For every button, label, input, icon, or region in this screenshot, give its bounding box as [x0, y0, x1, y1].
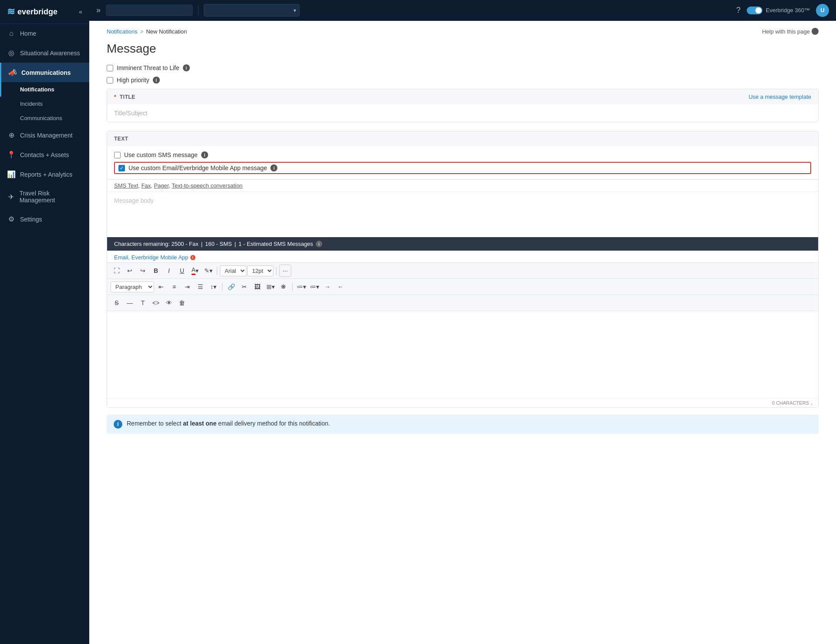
sidebar-item-communications[interactable]: 📣 Communications	[0, 63, 89, 82]
font-size-select[interactable]: 12pt	[247, 265, 273, 276]
help-page-icon: ?	[812, 28, 819, 35]
font-color-button[interactable]: A▾	[189, 265, 201, 277]
sidebar-item-label: Communications	[21, 69, 71, 76]
estimated-sms-label: 1 - Estimated SMS Messages	[239, 241, 313, 247]
align-justify-button[interactable]: ☰	[194, 281, 206, 293]
breadcrumb-parent[interactable]: Notifications	[107, 28, 138, 35]
table-button[interactable]: ⊞▾	[264, 281, 276, 293]
indent-button[interactable]: →	[321, 281, 334, 293]
custom-sms-info-icon[interactable]: i	[201, 151, 208, 158]
sms-channels-label: SMS Text, Fax, Pager, Text-to-speech con…	[107, 180, 818, 192]
rich-text-toolbar: ⛶ ↩ ↪ B I U A▾ ✎▾ Arial	[107, 262, 818, 311]
sidebar-item-contacts-assets[interactable]: 📍 Contacts + Assets	[0, 145, 89, 164]
custom-email-info-icon[interactable]: i	[270, 164, 277, 171]
required-star: *	[114, 94, 116, 100]
custom-sms-label: Use custom SMS message	[124, 151, 198, 158]
link-button[interactable]: 🔗	[225, 281, 237, 293]
title-label-text: TITLE	[120, 94, 135, 100]
strikethrough-button[interactable]: S	[111, 297, 123, 309]
horizontal-rule-button[interactable]: —	[124, 297, 136, 309]
special-char-button[interactable]: ❋	[277, 281, 290, 293]
title-section-header: * TITLE Use a message template	[107, 89, 818, 104]
high-priority-info-icon[interactable]: i	[153, 77, 160, 84]
user-avatar[interactable]: U	[816, 4, 829, 17]
char-remaining-label: Characters remaining: 2500 - Fax	[114, 241, 199, 247]
bold-button[interactable]: B	[150, 265, 162, 277]
use-message-template-link[interactable]: Use a message template	[748, 94, 811, 100]
collapse-button[interactable]: «	[79, 8, 82, 15]
align-left-button[interactable]: ⇤	[155, 281, 167, 293]
unordered-list-button[interactable]: ≔▾	[308, 281, 320, 293]
travel-icon: ✈	[7, 193, 15, 201]
highlight-button[interactable]: ✎▾	[202, 265, 214, 277]
redo-button[interactable]: ↪	[137, 265, 149, 277]
sms-char-label: 160 - SMS	[205, 241, 232, 247]
preview-button[interactable]: 👁	[163, 297, 175, 309]
custom-email-label: Use custom Email/Everbridge Mobile App m…	[128, 164, 267, 171]
sidebar-item-settings[interactable]: ⚙ Settings	[0, 209, 89, 229]
sidebar-item-situational-awareness[interactable]: ◎ Situational Awareness	[0, 43, 89, 63]
topbar: » ? Everbridge 360™ U	[89, 0, 836, 21]
topbar-dropdown[interactable]	[204, 4, 300, 17]
custom-sms-checkbox[interactable]	[114, 152, 121, 158]
resize-handle[interactable]: ⌟	[810, 400, 815, 405]
custom-email-option: ✓ Use custom Email/Everbridge Mobile App…	[114, 162, 811, 174]
situational-awareness-icon: ◎	[7, 49, 16, 57]
text-section: TEXT Use custom SMS message i ✓ Use cust…	[107, 131, 819, 408]
email-error-indicator: !	[190, 255, 196, 260]
clear-format-button[interactable]: T	[137, 297, 149, 309]
char-info-icon[interactable]: i	[316, 241, 322, 247]
sidebar-subitem-label: Incidents	[20, 101, 43, 107]
unlink-button[interactable]: ✂	[238, 281, 250, 293]
custom-email-checked-indicator: ✓	[118, 165, 125, 171]
sidebar-subitem-label: Notifications	[20, 86, 54, 93]
sidebar-item-crisis-management[interactable]: ⊕ Crisis Management	[0, 125, 89, 145]
image-button[interactable]: 🖼	[251, 281, 263, 293]
italic-button[interactable]: I	[163, 265, 175, 277]
high-priority-checkbox[interactable]	[107, 77, 113, 84]
sidebar-item-home[interactable]: ⌂ Home	[0, 24, 89, 43]
message-body-input[interactable]	[107, 192, 818, 235]
breadcrumb-current: New Notification	[146, 28, 187, 35]
paragraph-style-select[interactable]: Paragraph	[111, 282, 154, 292]
comma2: ,	[151, 182, 154, 189]
tts-link: Text-to-speech conversation	[172, 182, 243, 189]
logo-text: everbridge	[17, 7, 57, 17]
help-page-link[interactable]: Help with this page ?	[762, 28, 819, 35]
more-options-button[interactable]: ···	[279, 265, 291, 277]
topbar-search-input[interactable]	[106, 4, 193, 16]
align-center-button[interactable]: ≡	[168, 281, 180, 293]
line-height-button[interactable]: ↕▾	[207, 281, 219, 293]
reports-icon: 📊	[7, 170, 16, 178]
sidebar-item-incidents[interactable]: Incidents	[0, 97, 89, 111]
font-family-select[interactable]: Arial	[220, 265, 246, 276]
underline-button[interactable]: U	[176, 265, 188, 277]
title-input[interactable]	[107, 104, 818, 122]
align-right-button[interactable]: ⇥	[181, 281, 193, 293]
sidebar-item-travel-risk[interactable]: ✈ Travel Risk Management	[0, 184, 89, 209]
sidebar-item-label: Contacts + Assets	[20, 151, 69, 158]
sidebar-item-communications-sub[interactable]: Communications	[0, 111, 89, 125]
expand-arrows[interactable]: »	[96, 6, 101, 15]
title-section-label: * TITLE	[114, 94, 135, 100]
sidebar-item-notifications[interactable]: Notifications	[0, 82, 89, 97]
toolbar-row-3: S — T <> 👁 🗑	[107, 295, 818, 311]
undo-button[interactable]: ↩	[124, 265, 136, 277]
topbar-right: ? Everbridge 360™ U	[736, 4, 829, 17]
ordered-list-button[interactable]: ≔▾	[295, 281, 307, 293]
delete-button[interactable]: 🗑	[176, 297, 188, 309]
outdent-button[interactable]: ←	[334, 281, 347, 293]
rich-editor-area[interactable]	[107, 311, 818, 398]
fullscreen-button[interactable]: ⛶	[111, 265, 123, 277]
comma3: ,	[169, 182, 172, 189]
help-icon[interactable]: ?	[736, 6, 741, 15]
imminent-threat-checkbox[interactable]	[107, 65, 113, 71]
toolbar-sep-3	[222, 282, 222, 291]
breadcrumb: Notifications > New Notification	[107, 28, 187, 35]
sidebar-item-reports-analytics[interactable]: 📊 Reports + Analytics	[0, 164, 89, 184]
help-page-label: Help with this page	[762, 28, 810, 35]
imminent-threat-info-icon[interactable]: i	[183, 64, 190, 71]
everbridge360-toggle[interactable]	[747, 7, 762, 14]
toolbar-row-1: ⛶ ↩ ↪ B I U A▾ ✎▾ Arial	[107, 263, 818, 279]
code-button[interactable]: <>	[150, 297, 162, 309]
